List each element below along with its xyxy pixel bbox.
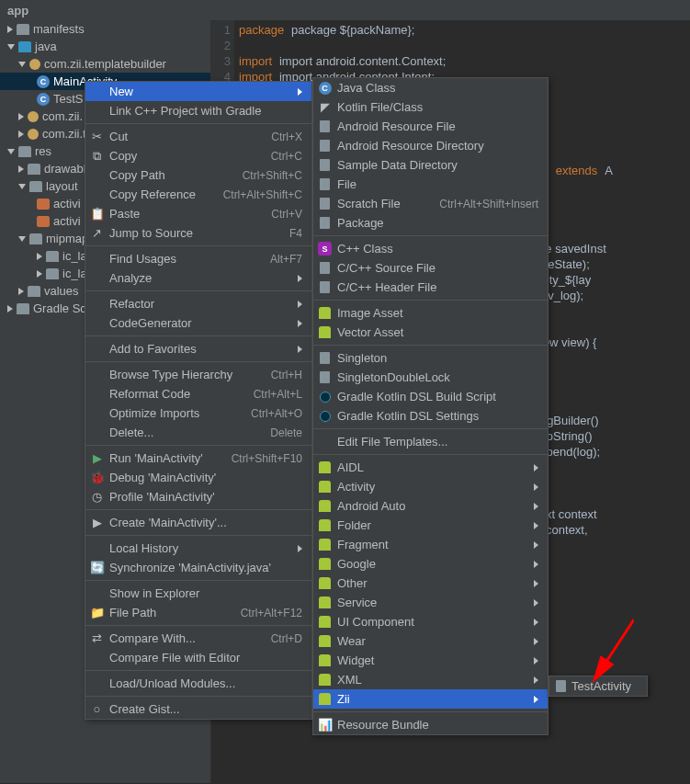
context-menu: New Link C++ Project with Gradle ✂CutCtr… bbox=[85, 81, 312, 720]
menu-create-gist[interactable]: ○Create Gist... bbox=[85, 699, 311, 719]
menu-file[interactable]: File bbox=[313, 175, 548, 194]
folder-icon: 📁 bbox=[90, 606, 104, 619]
new-submenu: CJava Class ◤Kotlin File/Class Android R… bbox=[312, 77, 549, 735]
menu-singleton[interactable]: Singleton bbox=[313, 348, 548, 368]
menu-copy[interactable]: ⧉CopyCtrl+C bbox=[85, 146, 311, 165]
menu-cpp-class[interactable]: SC++ Class bbox=[313, 239, 548, 258]
menu-test-activity[interactable]: TestActivity bbox=[549, 676, 647, 696]
tree-pkg1[interactable]: com.zii.templatebuilder bbox=[0, 55, 210, 73]
menu-refactor[interactable]: Refactor bbox=[85, 294, 311, 313]
menu-copy-path[interactable]: Copy PathCtrl+Shift+C bbox=[85, 165, 311, 185]
menu-analyze[interactable]: Analyze bbox=[85, 268, 311, 288]
menu-browse-type[interactable]: Browse Type HierarchyCtrl+H bbox=[85, 365, 311, 384]
bundle-icon: 📊 bbox=[318, 718, 332, 732]
menu-android-res-dir[interactable]: Android Resource Directory bbox=[313, 136, 548, 155]
menu-delete[interactable]: Delete...Delete bbox=[85, 423, 311, 442]
jump-icon: ↗ bbox=[90, 226, 104, 240]
menu-run[interactable]: ▶Run 'MainActivity'Ctrl+Shift+F10 bbox=[85, 449, 311, 468]
menu-google[interactable]: Google bbox=[313, 554, 548, 574]
menu-fragment[interactable]: Fragment bbox=[313, 535, 548, 554]
menu-find-usages[interactable]: Find UsagesAlt+F7 bbox=[85, 249, 311, 268]
zii-submenu: TestActivity bbox=[549, 676, 648, 697]
menu-create[interactable]: ▶Create 'MainActivity'... bbox=[85, 513, 311, 532]
create-icon: ▶ bbox=[90, 516, 104, 529]
compare-icon: ⇄ bbox=[90, 631, 104, 645]
menu-add-favorites[interactable]: Add to Favorites bbox=[85, 339, 311, 358]
menu-singleton-dl[interactable]: SingletonDoubleLock bbox=[313, 368, 548, 387]
menu-cut[interactable]: ✂CutCtrl+X bbox=[85, 127, 311, 146]
menu-android-auto[interactable]: Android Auto bbox=[313, 496, 548, 516]
menu-copy-ref[interactable]: Copy ReferenceCtrl+Alt+Shift+C bbox=[85, 185, 311, 204]
kotlin-icon: ◤ bbox=[318, 100, 332, 114]
cut-icon: ✂ bbox=[90, 130, 104, 143]
menu-other[interactable]: Other bbox=[313, 574, 548, 593]
copy-icon: ⧉ bbox=[90, 149, 104, 163]
menu-debug[interactable]: 🐞Debug 'MainActivity' bbox=[85, 468, 311, 487]
menu-load-unload[interactable]: Load/Unload Modules... bbox=[85, 674, 311, 693]
menu-kotlin[interactable]: ◤Kotlin File/Class bbox=[313, 97, 548, 117]
debug-icon: 🐞 bbox=[90, 471, 104, 484]
menu-edit-templates[interactable]: Edit File Templates... bbox=[313, 432, 548, 451]
menu-cpp-source[interactable]: C/C++ Source File bbox=[313, 258, 548, 278]
menu-zii[interactable]: Zii bbox=[313, 689, 548, 709]
menu-show-explorer[interactable]: Show in Explorer bbox=[85, 584, 311, 603]
menu-java-class[interactable]: CJava Class bbox=[313, 78, 548, 97]
gist-icon: ○ bbox=[90, 702, 104, 716]
titlebar: app bbox=[0, 0, 690, 21]
menu-wear[interactable]: Wear bbox=[313, 631, 548, 651]
menu-synchronize[interactable]: 🔄Synchronize 'MainActivity.java' bbox=[85, 558, 311, 577]
menu-image-asset[interactable]: Image Asset bbox=[313, 303, 548, 323]
menu-optimize[interactable]: Optimize ImportsCtrl+Alt+O bbox=[85, 403, 311, 423]
menu-service[interactable]: Service bbox=[313, 593, 548, 612]
menu-new[interactable]: New bbox=[85, 82, 311, 101]
menu-compare-file[interactable]: Compare File with Editor bbox=[85, 648, 311, 667]
menu-gradle-settings[interactable]: Gradle Kotlin DSL Settings bbox=[313, 406, 548, 426]
menu-compare-with[interactable]: ⇄Compare With...Ctrl+D bbox=[85, 629, 311, 648]
menu-ui-component[interactable]: UI Component bbox=[313, 612, 548, 631]
menu-cpp-header[interactable]: C/C++ Header File bbox=[313, 278, 548, 297]
menu-paste[interactable]: 📋PasteCtrl+V bbox=[85, 204, 311, 223]
menu-folder[interactable]: Folder bbox=[313, 516, 548, 535]
menu-file-path[interactable]: 📁File PathCtrl+Alt+F12 bbox=[85, 603, 311, 622]
menu-link-cpp[interactable]: Link C++ Project with Gradle bbox=[85, 101, 311, 120]
profile-icon: ◷ bbox=[90, 490, 104, 504]
menu-package[interactable]: Package bbox=[313, 213, 548, 233]
menu-jump[interactable]: ↗Jump to SourceF4 bbox=[85, 223, 311, 243]
menu-local-history[interactable]: Local History bbox=[85, 539, 311, 558]
sync-icon: 🔄 bbox=[90, 561, 104, 574]
menu-widget[interactable]: Widget bbox=[313, 651, 548, 670]
menu-vector-asset[interactable]: Vector Asset bbox=[313, 323, 548, 342]
menu-android-res-file[interactable]: Android Resource File bbox=[313, 117, 548, 136]
run-icon: ▶ bbox=[90, 451, 104, 465]
menu-resource-bundle[interactable]: 📊Resource Bundle bbox=[313, 715, 548, 734]
menu-sample-data[interactable]: Sample Data Directory bbox=[313, 155, 548, 175]
tree-java[interactable]: java bbox=[0, 38, 210, 55]
menu-xml[interactable]: XML bbox=[313, 670, 548, 689]
menu-aidl[interactable]: AIDL bbox=[313, 458, 548, 477]
menu-profile[interactable]: ◷Profile 'MainActivity' bbox=[85, 487, 311, 506]
menu-gradle-build[interactable]: Gradle Kotlin DSL Build Script bbox=[313, 387, 548, 406]
menu-reformat[interactable]: Reformat CodeCtrl+Alt+L bbox=[85, 384, 311, 403]
menu-activity[interactable]: Activity bbox=[313, 477, 548, 496]
menu-scratch[interactable]: Scratch FileCtrl+Alt+Shift+Insert bbox=[313, 194, 548, 213]
tree-manifests[interactable]: manifests bbox=[0, 20, 210, 38]
paste-icon: 📋 bbox=[90, 207, 104, 221]
menu-codegen[interactable]: CodeGenerator bbox=[85, 313, 311, 333]
